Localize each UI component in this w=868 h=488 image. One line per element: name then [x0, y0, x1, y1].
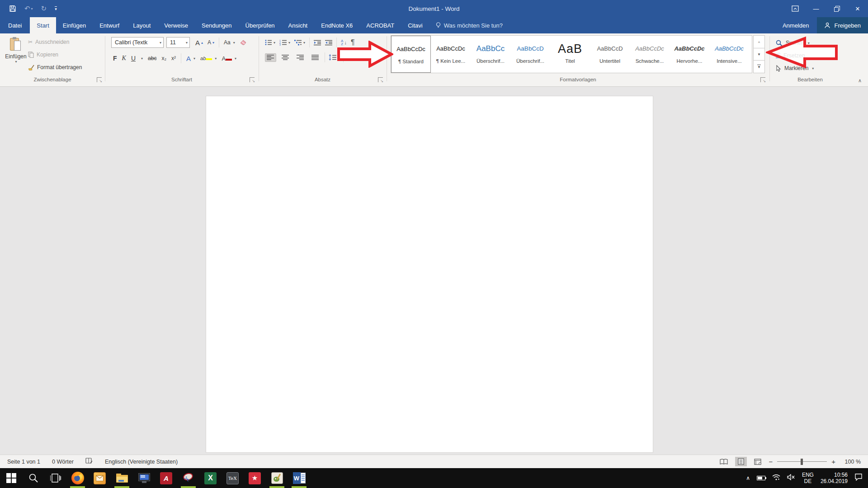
format-painter-button[interactable]: Format übertragen [28, 62, 82, 72]
wifi-icon[interactable] [772, 474, 780, 482]
style-tile-ueberschrift-2[interactable]: AaBbCcD Überschrif... [510, 36, 550, 73]
highlight-color-button[interactable]: ab ▾ [200, 55, 217, 61]
proofing-icon[interactable] [85, 458, 93, 466]
tab-ansicht[interactable]: Ansicht [282, 17, 315, 33]
superscript-button[interactable]: x² [171, 55, 176, 61]
style-tile-standard[interactable]: AaBbCcDc ¶ Standard [391, 36, 431, 73]
minimize-icon[interactable]: — [806, 0, 826, 17]
subscript-button[interactable]: x₂ [161, 55, 166, 61]
tab-sendungen[interactable]: Sendungen [195, 17, 239, 33]
italic-button[interactable]: K [122, 55, 126, 62]
styles-scroll-down-icon[interactable]: ▼ [753, 48, 765, 61]
collapse-ribbon-icon[interactable]: ∧ [858, 78, 862, 84]
underline-button[interactable]: U [131, 55, 136, 62]
decrease-indent-button[interactable] [314, 40, 321, 46]
style-tile-hervorhebung[interactable]: AaBbCcDc Hervorhe... [670, 36, 709, 73]
taskbar-gimp[interactable] [266, 468, 288, 488]
tab-ueberpruefen[interactable]: Überprüfen [239, 17, 282, 33]
styles-dialog-launcher-icon[interactable] [760, 77, 765, 82]
style-tile-schwache-hervorhebung[interactable]: AaBbCcDc Schwache... [630, 36, 670, 73]
zoom-out-icon[interactable]: − [769, 458, 773, 465]
taskbar-search-button[interactable] [22, 468, 44, 488]
styles-gallery-more-icon[interactable]: ▼ [753, 61, 765, 73]
paragraph-dialog-launcher-icon[interactable] [378, 77, 383, 82]
zoom-in-icon[interactable]: + [831, 458, 835, 465]
tab-entwurf[interactable]: Entwurf [93, 17, 126, 33]
tab-acrobat[interactable]: ACROBAT [359, 17, 401, 33]
style-tile-kein-leerraum[interactable]: AaBbCcDc ¶ Kein Lee... [431, 36, 471, 73]
multilevel-list-button[interactable]: ▾ [294, 39, 305, 46]
align-left-button[interactable] [265, 53, 276, 62]
document-page[interactable] [206, 96, 653, 453]
print-layout-icon[interactable] [735, 457, 747, 466]
language-switcher[interactable]: ENG DE [802, 472, 814, 484]
start-button[interactable] [0, 468, 22, 488]
style-tile-intensive-hervorhebung[interactable]: AaBbCcDc Intensive... [709, 36, 749, 73]
justify-button[interactable] [310, 53, 321, 62]
zoom-slider-thumb[interactable] [801, 459, 803, 465]
web-layout-icon[interactable] [751, 457, 764, 466]
clock[interactable]: 10:56 26.04.2019 [821, 472, 848, 484]
strikethrough-button[interactable]: abc [148, 55, 156, 61]
bold-button[interactable]: F [113, 55, 117, 62]
task-view-button[interactable] [44, 468, 66, 488]
tell-me-box[interactable]: Was möchten Sie tun? [429, 17, 509, 33]
align-right-button[interactable] [295, 53, 306, 62]
align-center-button[interactable] [280, 53, 291, 62]
taskbar-word[interactable]: W [288, 468, 310, 488]
tab-verweise[interactable]: Verweise [157, 17, 195, 33]
copy-button[interactable]: Kopieren [28, 50, 58, 60]
volume-muted-icon[interactable] [787, 474, 795, 482]
tab-start[interactable]: Start [30, 17, 56, 33]
clear-formatting-button[interactable] [240, 39, 246, 46]
font-dialog-launcher-icon[interactable] [250, 77, 255, 82]
grow-font-button[interactable]: A▴ [195, 39, 203, 47]
style-tile-ueberschrift-1[interactable]: AaBbCc Überschrif... [471, 36, 510, 73]
word-count[interactable]: 0 Wörter [52, 459, 74, 465]
action-center-icon[interactable] [854, 474, 863, 483]
page-indicator[interactable]: Seite 1 von 1 [7, 459, 40, 465]
zoom-slider[interactable] [777, 459, 827, 465]
close-icon[interactable]: ✕ [847, 0, 868, 17]
increase-indent-button[interactable] [325, 40, 332, 46]
font-name-combo[interactable]: Calibri (Textk▾ [111, 37, 164, 48]
taskbar-wunderlist[interactable]: ★ [244, 468, 266, 488]
battery-icon[interactable] [757, 476, 765, 480]
styles-scroll-up-icon[interactable]: ▲ [753, 35, 765, 48]
paste-button[interactable]: Einfügen ▾ [5, 36, 27, 74]
underline-dropdown-icon[interactable]: ▾ [141, 56, 143, 61]
read-mode-icon[interactable] [717, 457, 731, 466]
tab-endnote[interactable]: EndNote X6 [314, 17, 359, 33]
taskbar-firefox[interactable] [66, 468, 89, 488]
taskbar-snipping-tool[interactable]: ✂ [177, 468, 199, 488]
tab-citavi[interactable]: Citavi [401, 17, 429, 33]
shrink-font-button[interactable]: A▾ [208, 39, 214, 46]
font-color-button[interactable]: A ▾ [222, 55, 236, 62]
change-case-button[interactable]: Aa▾ [224, 39, 235, 46]
taskbar-pc-app[interactable] [133, 468, 155, 488]
zoom-level[interactable]: 100 % [840, 459, 861, 465]
taskbar-excel[interactable]: X [199, 468, 222, 488]
restore-icon[interactable] [826, 0, 847, 17]
taskbar-outlook[interactable] [89, 468, 111, 488]
text-effects-button[interactable]: A▾ [186, 55, 195, 62]
taskbar-acrobat-reader[interactable]: A [155, 468, 177, 488]
numbering-button[interactable]: 123 ▾ [279, 39, 290, 46]
style-tile-titel[interactable]: AaB Titel [550, 36, 590, 73]
tray-show-hidden-icons[interactable]: ∧ [746, 475, 750, 481]
font-size-combo[interactable]: 11▾ [166, 37, 190, 48]
clipboard-dialog-launcher-icon[interactable] [97, 77, 102, 82]
signin-button[interactable]: Anmelden [774, 17, 817, 33]
language-indicator[interactable]: Englisch (Vereinigte Staaten) [105, 459, 178, 465]
ribbon-display-options-icon[interactable] [785, 0, 806, 17]
bullets-button[interactable]: ▾ [265, 39, 275, 46]
tab-einfuegen[interactable]: Einfügen [56, 17, 93, 33]
group-label-clipboard: Zwischenablage [0, 77, 105, 82]
tab-layout[interactable]: Layout [126, 17, 157, 33]
cut-button[interactable]: ✂ Ausschneiden [28, 37, 69, 47]
taskbar-file-explorer[interactable] [111, 468, 133, 488]
taskbar-texmaker[interactable]: TeX [222, 468, 244, 488]
style-tile-untertitel[interactable]: AaBbCcD Untertitel [590, 36, 630, 73]
tab-datei[interactable]: Datei [0, 17, 30, 33]
share-button[interactable]: Freigeben [817, 17, 868, 33]
